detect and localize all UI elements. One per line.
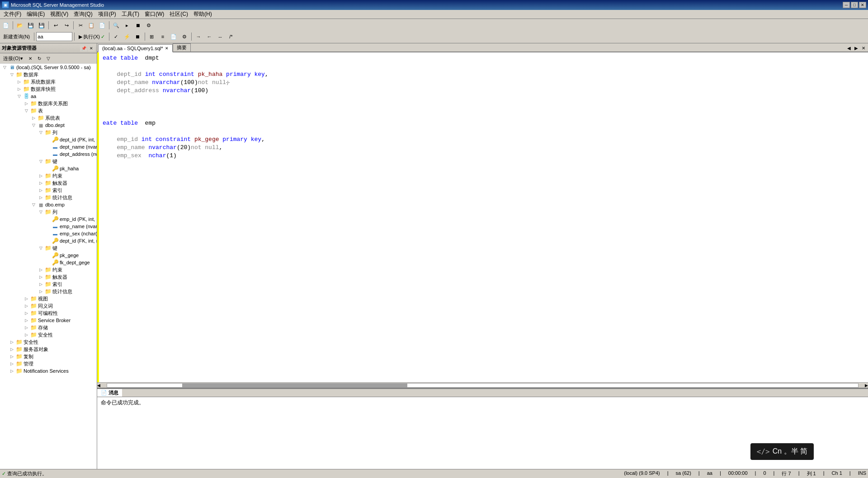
tree-item-dept-triggers[interactable]: ▷ 📁 触发器	[0, 179, 97, 187]
toggle-system-db[interactable]: ▷	[15, 80, 23, 84]
more-btn-4[interactable]: ⚙	[144, 20, 154, 30]
code-content[interactable]: eate table dmpt dept_id int constraint p…	[99, 52, 868, 382]
menu-edit[interactable]: 编辑(E)	[24, 9, 47, 19]
results-grid-btn[interactable]: ⊞	[147, 32, 157, 42]
cut-button[interactable]: ✂	[75, 20, 85, 30]
toggle-server-objects[interactable]: ▷	[8, 347, 15, 351]
minimize-button[interactable]: ─	[843, 2, 850, 8]
tree-item-security-top[interactable]: ▷ 📁 安全性	[0, 338, 97, 346]
tree-item-security-aa[interactable]: ▷ 📁 安全性	[0, 331, 97, 338]
copy-button[interactable]: 📋	[86, 20, 96, 30]
results-tab-messages[interactable]: 📄 消息	[97, 389, 122, 397]
save-button[interactable]: 💾	[26, 20, 36, 30]
toggle-diagrams[interactable]: ▷	[23, 101, 30, 106]
tab-summary[interactable]: 摘要	[173, 43, 191, 52]
oe-refresh-button[interactable]: ↻	[35, 54, 43, 62]
new-query-button[interactable]: 📄	[1, 20, 11, 30]
more-btn-2[interactable]: ▸	[122, 20, 132, 30]
toggle-programmability[interactable]: ▷	[23, 311, 30, 315]
menu-community[interactable]: 社区(C)	[167, 9, 191, 19]
menu-file[interactable]: 文件(F)	[1, 9, 24, 19]
toggle-management[interactable]: ▷	[8, 361, 15, 366]
toggle-tables[interactable]: ▽	[23, 108, 30, 113]
tree-item-emp-stats[interactable]: ▷ 📁 统计信息	[0, 288, 97, 295]
tree-item-pk-gege[interactable]: ▷ 🔑 pk_gege	[0, 252, 97, 259]
toggle-notification-svc[interactable]: ▷	[8, 369, 15, 373]
tree-item-dbo-dept[interactable]: ▽ ▦ dbo.dept	[0, 122, 97, 129]
close-panel-button[interactable]: ✕	[88, 45, 95, 52]
uncomment-btn[interactable]: /*	[226, 32, 236, 42]
h-scroll-thumb[interactable]	[182, 384, 407, 387]
toggle-dbo-dept[interactable]: ▽	[30, 123, 37, 127]
toggle-dept-stats[interactable]: ▷	[37, 195, 44, 200]
undo-button[interactable]: ↩	[51, 20, 61, 30]
toggle-security-top[interactable]: ▷	[8, 340, 15, 344]
results-file-btn[interactable]: 📄	[169, 32, 179, 42]
tree-item-emp-triggers[interactable]: ▷ 📁 触发器	[0, 273, 97, 281]
tree-view[interactable]: ▽ 🖥 (local).(SQL Server 9.0.5000 - sa) ▽…	[0, 64, 97, 469]
tree-item-management[interactable]: ▷ 📁 管理	[0, 360, 97, 367]
h-scroll-track[interactable]	[107, 383, 859, 388]
tree-item-diagrams[interactable]: ▷ 📁 数据库关系图	[0, 100, 97, 107]
toggle-emp-cols[interactable]: ▽	[37, 210, 44, 214]
close-button[interactable]: ✕	[859, 2, 866, 8]
tree-item-programmability[interactable]: ▷ 📁 可编程性	[0, 309, 97, 317]
tree-item-dept-cols-folder[interactable]: ▽ 📁 列	[0, 129, 97, 136]
tree-item-sys-tables[interactable]: ▷ 📁 系统表	[0, 114, 97, 122]
tree-item-emp-id[interactable]: ▷ 🔑 emp_id (PK, int, no	[0, 216, 97, 223]
tree-item-pk-haha[interactable]: ▷ 🔑 pk_haha	[0, 165, 97, 172]
tab-close-window-button[interactable]: ✕	[860, 44, 867, 52]
tree-item-dept-stats[interactable]: ▷ 📁 统计信息	[0, 194, 97, 201]
tab-local-aa-close[interactable]: ✕	[165, 46, 169, 51]
more-btn-3[interactable]: ⏹	[133, 20, 143, 30]
menu-query[interactable]: 查询(Q)	[71, 9, 95, 19]
more-btn-1[interactable]: 🔍	[111, 20, 121, 30]
tree-item-synonyms[interactable]: ▷ 📁 同义词	[0, 302, 97, 309]
h-scroll-left-btn[interactable]: ◀	[97, 383, 100, 388]
tree-item-emp-sex[interactable]: ▷ ▬ emp_sex (nchar(1),	[0, 230, 97, 237]
tree-item-databases[interactable]: ▽ 📁 数据库	[0, 71, 97, 78]
tree-item-storage[interactable]: ▷ 📁 存储	[0, 324, 97, 331]
tree-item-views[interactable]: ▷ 📁 视图	[0, 295, 97, 302]
db-selector[interactable]	[36, 32, 72, 41]
execute-button[interactable]: ▶ 执行(X) ✓	[76, 33, 107, 41]
tree-item-system-db[interactable]: ▷ 📁 系统数据库	[0, 78, 97, 85]
maximize-button[interactable]: □	[851, 2, 858, 8]
query-opts-btn[interactable]: ⚙	[179, 32, 189, 42]
toggle-emp-stats[interactable]: ▷	[37, 289, 44, 294]
tree-item-dept-keys-folder[interactable]: ▽ 📁 键	[0, 158, 97, 165]
tree-item-emp-constraints[interactable]: ▷ 📁 约束	[0, 266, 97, 273]
tab-scroll-right-button[interactable]: ▶	[853, 44, 860, 52]
toggle-dept-indexes[interactable]: ▷	[37, 188, 44, 192]
toggle-dept-triggers[interactable]: ▷	[37, 181, 44, 185]
indent-btn[interactable]: →	[193, 32, 203, 42]
tree-item-dept-constraints[interactable]: ▷ 📁 约束	[0, 172, 97, 179]
pin-button[interactable]: 📌	[80, 45, 87, 52]
tree-item-emp-dept-id[interactable]: ▷ 🔑 dept_id (FK, int, nu	[0, 237, 97, 244]
toggle-replication[interactable]: ▷	[8, 354, 15, 359]
menu-window[interactable]: 窗口(W)	[142, 9, 167, 19]
comment-btn[interactable]: --	[215, 32, 225, 42]
toggle-emp-triggers[interactable]: ▷	[37, 275, 44, 279]
tree-item-db-snapshots[interactable]: ▷ 📁 数据库快照	[0, 85, 97, 93]
toggle-databases[interactable]: ▽	[8, 72, 15, 77]
toggle-service-broker[interactable]: ▷	[23, 318, 30, 323]
toggle-dbo-emp[interactable]: ▽	[30, 202, 37, 207]
new-query-btn-2[interactable]: 新建查询(N)	[1, 32, 32, 42]
toggle-aa[interactable]: ▽	[15, 94, 23, 98]
save-all-button[interactable]: 💾	[37, 20, 47, 30]
tree-item-aa[interactable]: ▽ 🗄 aa	[0, 93, 97, 100]
tree-item-dept-id[interactable]: ▷ 🔑 dept_id (PK, int, nc	[0, 136, 97, 143]
oe-disconnect-button[interactable]: ✕	[26, 54, 34, 62]
menu-help[interactable]: 帮助(H)	[191, 9, 215, 19]
tree-item-service-broker[interactable]: ▷ 📁 Service Broker	[0, 317, 97, 324]
toggle-dept-constraints[interactable]: ▷	[37, 173, 44, 178]
menu-view[interactable]: 视图(V)	[47, 9, 71, 19]
oe-filter-button[interactable]: ▽	[44, 54, 52, 62]
tree-item-dept-indexes[interactable]: ▷ 📁 索引	[0, 187, 97, 194]
tree-item-replication[interactable]: ▷ 📁 复制	[0, 353, 97, 360]
debug-btn[interactable]: ⚡	[122, 32, 132, 42]
results-text-btn[interactable]: ≡	[158, 32, 168, 42]
toggle-sys-tables[interactable]: ▷	[30, 116, 37, 120]
toggle-emp-indexes[interactable]: ▷	[37, 282, 44, 286]
